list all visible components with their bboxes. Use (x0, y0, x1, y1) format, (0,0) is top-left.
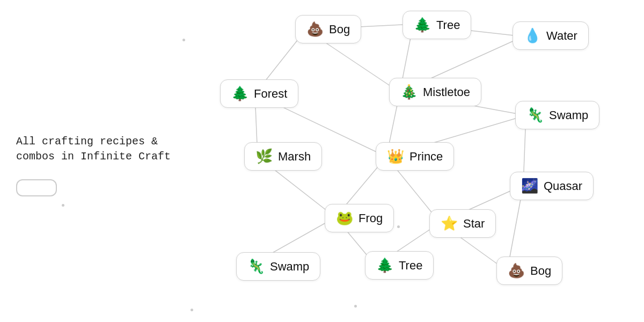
decorative-dot (354, 305, 357, 308)
decorative-dot (182, 39, 185, 41)
node-quasar[interactable]: 🌌Quasar (510, 172, 594, 200)
node-emoji: ⭐ (441, 215, 458, 232)
node-label: Water (546, 29, 577, 43)
node-emoji: 💧 (524, 27, 541, 44)
node-label: Swamp (270, 260, 309, 274)
node-label: Quasar (544, 179, 582, 193)
node-label: Tree (399, 259, 422, 273)
node-bog-bot[interactable]: 💩Bog (496, 257, 562, 285)
node-frog[interactable]: 🐸Frog (325, 204, 394, 232)
node-label: Prince (409, 150, 443, 164)
node-label: Bog (530, 264, 551, 278)
decorative-dot (62, 204, 64, 207)
node-emoji: 👑 (387, 148, 404, 165)
node-water[interactable]: 💧Water (513, 21, 589, 50)
subtitle: All crafting recipes &combos in Infinite… (16, 134, 188, 164)
node-swamp-right[interactable]: 🦎Swamp (515, 101, 599, 129)
node-emoji: 💩 (306, 21, 324, 38)
node-label: Mistletoe (423, 85, 470, 99)
node-label: Bog (329, 23, 350, 36)
node-label: Star (463, 217, 485, 231)
graph-area: 💩Bog🌲Tree💧Water🌲Forest🎄Mistletoe🦎Swamp🌿M… (204, 0, 644, 322)
node-label: Swamp (549, 108, 588, 122)
node-bog-top[interactable]: 💩Bog (295, 15, 361, 43)
node-tree-bot[interactable]: 🌲Tree (365, 251, 434, 280)
node-marsh[interactable]: 🌿Marsh (244, 142, 322, 171)
node-emoji: 🌲 (231, 85, 248, 102)
node-forest[interactable]: 🌲Forest (220, 79, 298, 108)
node-emoji: 🐸 (336, 210, 353, 226)
node-emoji: 🦎 (247, 258, 265, 275)
node-emoji: 🦎 (526, 107, 544, 123)
node-tree-top[interactable]: 🌲Tree (402, 11, 471, 39)
node-emoji: 🌲 (376, 257, 393, 274)
decorative-dot (191, 309, 193, 311)
node-label: Tree (436, 18, 460, 32)
node-emoji: 🌲 (414, 17, 431, 33)
node-star[interactable]: ⭐Star (429, 209, 496, 238)
decorative-dot (397, 225, 400, 228)
node-emoji: 🎄 (400, 84, 418, 100)
node-label: Forest (254, 87, 287, 101)
play-online-button[interactable] (16, 179, 57, 196)
node-prince[interactable]: 👑Prince (376, 142, 454, 171)
node-mistletoe[interactable]: 🎄Mistletoe (389, 78, 481, 106)
node-emoji: 💩 (508, 262, 525, 279)
node-label: Marsh (278, 150, 311, 164)
left-panel: All crafting recipes &combos in Infinite… (16, 126, 188, 196)
node-swamp-bot[interactable]: 🦎Swamp (236, 252, 320, 281)
node-label: Frog (358, 211, 383, 225)
node-emoji: 🌿 (255, 148, 273, 165)
node-emoji: 🌌 (521, 178, 538, 194)
